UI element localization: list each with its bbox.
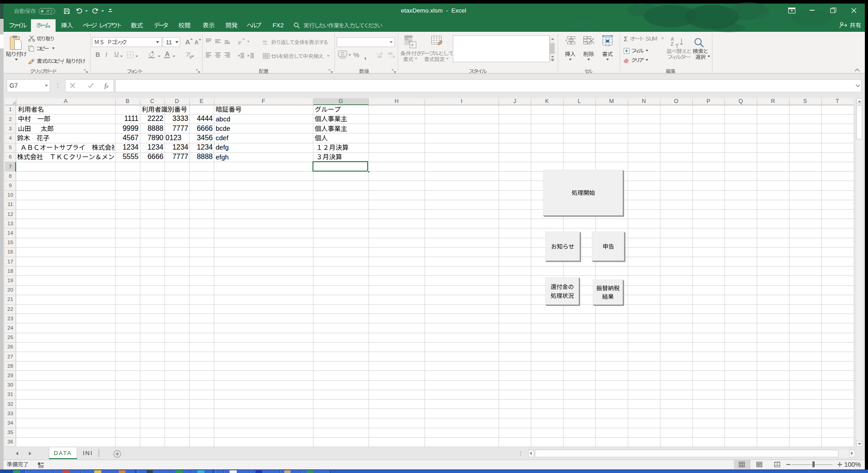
svg-text:→.0: →.0	[388, 55, 395, 58]
svg-text:.00: .00	[377, 55, 382, 58]
svg-text:A: A	[671, 37, 674, 42]
svg-text:ab: ab	[263, 39, 267, 43]
svg-text:Z: Z	[671, 42, 673, 47]
svg-text:≠: ≠	[411, 43, 414, 47]
svg-text:ab: ab	[238, 39, 242, 45]
